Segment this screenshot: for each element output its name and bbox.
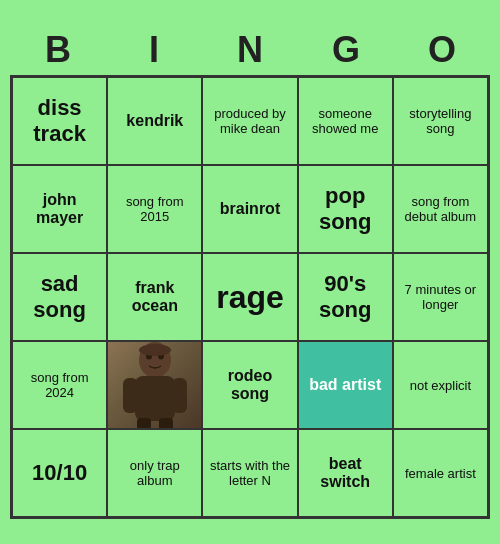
cell-r1c2[interactable]: brainrot [202, 165, 297, 253]
cell-r0c2[interactable]: produced by mike dean [202, 77, 297, 165]
cell-r3c1[interactable] [107, 341, 202, 429]
svg-point-8 [139, 344, 171, 356]
svg-rect-1 [135, 376, 175, 421]
svg-rect-3 [172, 378, 187, 413]
cell-r3c2[interactable]: rodeo song [202, 341, 297, 429]
bingo-header: B I N G O [10, 25, 490, 75]
cell-r2c4[interactable]: 7 minutes or longer [393, 253, 488, 341]
header-n: N [202, 25, 298, 75]
cell-r4c3[interactable]: beat switch [298, 429, 393, 517]
bingo-card: B I N G O diss track kendrik produced by… [10, 25, 490, 519]
cell-r1c3[interactable]: pop song [298, 165, 393, 253]
cell-r0c4[interactable]: storytelling song [393, 77, 488, 165]
cell-r2c0[interactable]: sad song [12, 253, 107, 341]
cell-r1c1[interactable]: song from 2015 [107, 165, 202, 253]
svg-rect-2 [123, 378, 138, 413]
header-g: G [298, 25, 394, 75]
cell-r2c1[interactable]: frank ocean [107, 253, 202, 341]
cell-r1c4[interactable]: song from debut album [393, 165, 488, 253]
cell-r4c0[interactable]: 10/10 [12, 429, 107, 517]
cell-r0c0[interactable]: diss track [12, 77, 107, 165]
cell-r2c2[interactable]: rage [202, 253, 297, 341]
drake-image [108, 342, 201, 428]
cell-r4c4[interactable]: female artist [393, 429, 488, 517]
cell-r3c4[interactable]: not explicit [393, 341, 488, 429]
header-i: I [106, 25, 202, 75]
cell-r4c1[interactable]: only trap album [107, 429, 202, 517]
cell-r3c0[interactable]: song from 2024 [12, 341, 107, 429]
cell-r0c1[interactable]: kendrik [107, 77, 202, 165]
header-o: O [394, 25, 490, 75]
cell-r1c0[interactable]: john mayer [12, 165, 107, 253]
cell-r4c2[interactable]: starts with the letter N [202, 429, 297, 517]
header-b: B [10, 25, 106, 75]
cell-r2c3[interactable]: 90's song [298, 253, 393, 341]
bingo-grid: diss track kendrik produced by mike dean… [10, 75, 490, 519]
cell-r0c3[interactable]: someone showed me [298, 77, 393, 165]
cell-r3c3[interactable]: bad artist [298, 341, 393, 429]
svg-rect-5 [159, 418, 173, 429]
svg-rect-4 [137, 418, 151, 429]
